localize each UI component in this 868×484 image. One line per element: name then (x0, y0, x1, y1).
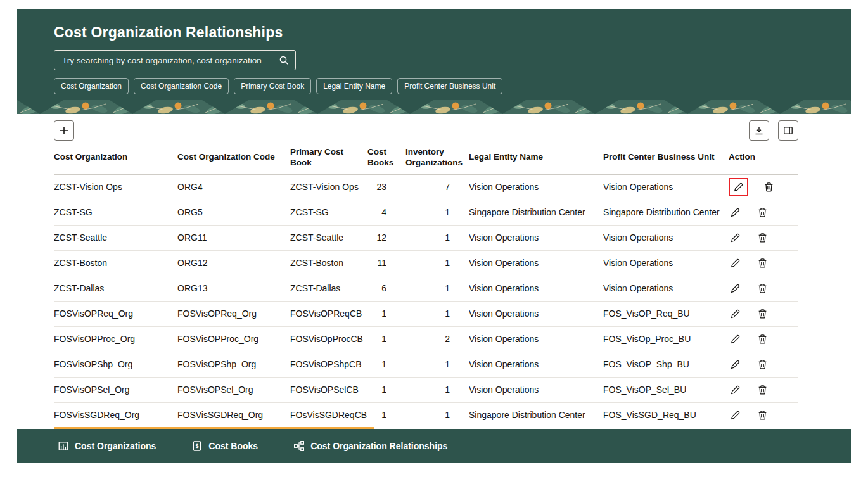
cell-primary-cost-book: ZCST-Boston (290, 250, 367, 276)
tab-cost-organization-relationships[interactable]: Cost Organization Relationships (290, 440, 451, 452)
cell-cost-organization: ZCST-Seattle (54, 225, 177, 250)
trash-icon (763, 182, 774, 193)
cell-cost-books: 12 (367, 225, 405, 250)
trash-icon (757, 309, 768, 319)
col-cost-organization: Cost Organization (54, 142, 177, 174)
download-icon (754, 125, 764, 136)
search-box (54, 50, 296, 70)
cell-cost-books: 1 (367, 352, 405, 377)
cell-legal-entity-name: Singapore Distribution Center (469, 402, 603, 428)
cell-primary-cost-book: FOSVisOPSelCB (290, 377, 367, 402)
cell-inventory-organizations: 2 (405, 326, 469, 352)
delete-button[interactable] (762, 181, 775, 194)
cell-cost-books: 4 (367, 200, 405, 225)
pencil-icon (730, 232, 741, 243)
cell-inventory-organizations: 1 (405, 276, 469, 301)
download-button[interactable] (749, 120, 769, 141)
tab-label: Cost Books (208, 441, 258, 451)
delete-button[interactable] (756, 257, 769, 270)
filter-chip-legal-entity-name[interactable]: Legal Entity Name (316, 78, 392, 94)
col-action: Action (729, 142, 798, 174)
search-input[interactable] (61, 55, 275, 66)
delete-button[interactable] (756, 206, 769, 219)
cell-profit-center-bu: Vision Operations (603, 225, 729, 250)
decorative-leaf-band (17, 100, 851, 114)
edit-button[interactable] (729, 333, 742, 346)
cell-legal-entity-name: Singapore Distribution Center (469, 200, 603, 225)
cell-legal-entity-name: Vision Operations (469, 276, 603, 301)
cell-cost-books: 23 (367, 174, 405, 200)
annotation-highlight (729, 178, 748, 196)
table-row: ZCST-Seattle ORG11 ZCST-Seattle 12 1 Vis… (54, 225, 798, 250)
tab-cost-organizations[interactable]: Cost Organizations (54, 440, 160, 452)
page-title: Cost Organization Relationships (54, 24, 851, 41)
filter-chip-primary-cost-book[interactable]: Primary Cost Book (234, 78, 311, 94)
panel-toggle-button[interactable] (778, 120, 798, 141)
filter-chip-cost-organization-code[interactable]: Cost Organization Code (134, 78, 229, 94)
pencil-icon (733, 182, 744, 193)
pencil-icon (730, 309, 741, 319)
add-button[interactable] (54, 120, 74, 141)
search-icon[interactable] (279, 55, 289, 65)
cell-legal-entity-name: Vision Operations (469, 301, 603, 326)
edit-button[interactable] (732, 181, 745, 194)
cell-inventory-organizations: 1 (405, 225, 469, 250)
table-header-row: Cost Organization Cost Organization Code… (54, 142, 798, 174)
page: Cost Organization Relationships Cost Org… (0, 9, 868, 463)
cell-cost-organization: FOSVisOPSel_Org (54, 377, 177, 402)
pencil-icon (730, 283, 741, 294)
cell-cost-organization: ZCST-Dallas (54, 276, 177, 301)
plus-icon (59, 125, 69, 136)
edit-button[interactable] (729, 409, 742, 422)
trash-icon (757, 207, 768, 218)
filter-chip-row: Cost Organization Cost Organization Code… (54, 78, 851, 94)
delete-button[interactable] (756, 333, 769, 346)
col-profit-center-business-unit: Profit Center Business Unit (603, 142, 729, 174)
cell-cost-organization: FOSVisOPReq_Org (54, 301, 177, 326)
cell-cost-organization-code: FOSVisOPShp_Org (177, 352, 290, 377)
filter-chip-cost-organization[interactable]: Cost Organization (54, 78, 129, 94)
pencil-icon (730, 258, 741, 269)
cell-cost-organization-code: FOSVisOPReq_Org (177, 301, 290, 326)
trash-icon (757, 283, 768, 294)
cell-cost-organization-code: FOSVisOPProc_Org (177, 326, 290, 352)
tab-cost-books[interactable]: $ Cost Books (188, 440, 262, 452)
cell-legal-entity-name: Vision Operations (469, 352, 603, 377)
tab-label: Cost Organization Relationships (310, 441, 447, 451)
cell-cost-organization: ZCST-Vision Ops (54, 174, 177, 200)
cell-primary-cost-book: ZCST-SG (290, 200, 367, 225)
pencil-icon (730, 207, 741, 218)
edit-button[interactable] (729, 282, 742, 295)
edit-button[interactable] (729, 307, 742, 321)
cell-legal-entity-name: Vision Operations (469, 250, 603, 276)
cell-cost-books: 6 (367, 276, 405, 301)
delete-button[interactable] (756, 307, 769, 321)
col-cost-books: Cost Books (367, 142, 405, 174)
table-row: FOSVisOPReq_Org FOSVisOPReq_Org FOSVisOP… (54, 301, 798, 326)
cell-cost-organization-code: ORG12 (177, 250, 290, 276)
cell-cost-organization: FOSVisOPProc_Org (54, 326, 177, 352)
delete-button[interactable] (756, 409, 769, 422)
table-row: ZCST-SG ORG5 ZCST-SG 4 1 Singapore Distr… (54, 200, 798, 225)
cell-inventory-organizations: 1 (405, 377, 469, 402)
edit-button[interactable] (729, 206, 742, 219)
cell-cost-books: 1 (367, 377, 405, 402)
cell-cost-organization-code: ORG4 (177, 174, 290, 200)
cell-primary-cost-book: ZCST-Vision Ops (290, 174, 367, 200)
table-row: ZCST-Boston ORG12 ZCST-Boston 11 1 Visio… (54, 250, 798, 276)
delete-button[interactable] (756, 231, 769, 245)
cell-inventory-organizations: 1 (405, 301, 469, 326)
delete-button[interactable] (756, 383, 769, 397)
edit-button[interactable] (729, 231, 742, 245)
cell-primary-cost-book: FOSVisOPReqCB (290, 301, 367, 326)
edit-button[interactable] (729, 358, 742, 371)
trash-icon (757, 232, 768, 243)
edit-button[interactable] (729, 257, 742, 270)
delete-button[interactable] (756, 282, 769, 295)
cell-inventory-organizations: 1 (405, 402, 469, 428)
edit-button[interactable] (729, 383, 742, 397)
cell-profit-center-bu: Vision Operations (603, 174, 729, 200)
cell-profit-center-bu: Vision Operations (603, 250, 729, 276)
filter-chip-profit-center-bu[interactable]: Profit Center Business Unit (397, 78, 502, 94)
delete-button[interactable] (756, 358, 769, 371)
